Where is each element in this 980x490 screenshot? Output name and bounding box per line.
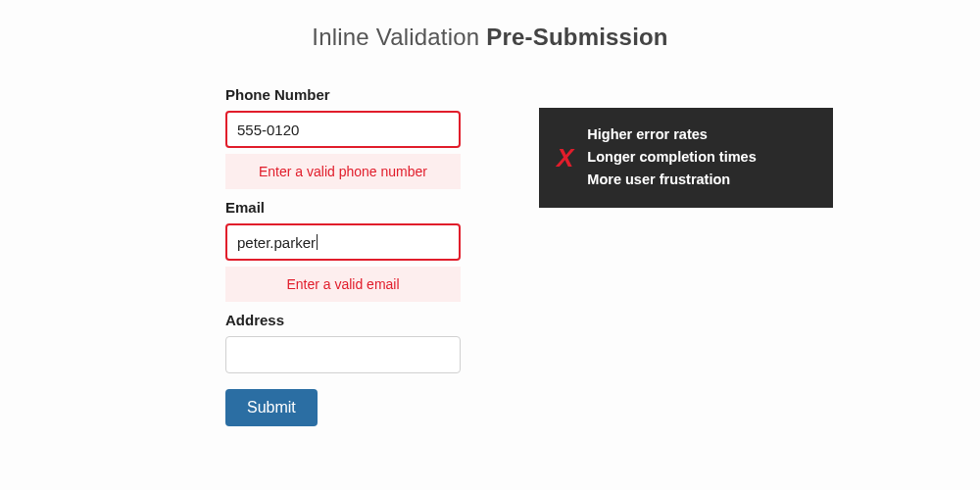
text-cursor <box>317 234 318 250</box>
drawbacks-list: Higher error rates Longer completion tim… <box>587 123 756 192</box>
phone-error: Enter a valid phone number <box>225 154 461 189</box>
page-title: Inline Validation Pre-Submission <box>0 24 980 51</box>
address-field: Address <box>225 312 461 373</box>
email-label: Email <box>225 199 461 216</box>
phone-label: Phone Number <box>225 86 461 103</box>
submit-button[interactable]: Submit <box>225 389 318 426</box>
address-input[interactable] <box>225 336 461 373</box>
phone-field: Phone Number Enter a valid phone number <box>225 86 461 189</box>
drawbacks-callout: X Higher error rates Longer completion t… <box>539 108 833 208</box>
x-icon: X <box>557 145 573 171</box>
address-label: Address <box>225 312 461 328</box>
email-field: Email peter.parker Enter a valid email <box>225 199 461 302</box>
email-error: Enter a valid email <box>225 267 461 302</box>
title-light: Inline Validation <box>312 24 486 50</box>
list-item: Longer completion times <box>587 146 756 169</box>
content-row: Phone Number Enter a valid phone number … <box>0 86 980 426</box>
email-value: peter.parker <box>237 234 316 251</box>
title-bold: Pre-Submission <box>486 24 668 50</box>
list-item: More user frustration <box>587 169 756 191</box>
email-input[interactable]: peter.parker <box>225 223 461 261</box>
form: Phone Number Enter a valid phone number … <box>225 86 461 426</box>
phone-input[interactable] <box>225 111 461 148</box>
page: Inline Validation Pre-Submission Phone N… <box>0 0 980 490</box>
list-item: Higher error rates <box>587 123 756 146</box>
